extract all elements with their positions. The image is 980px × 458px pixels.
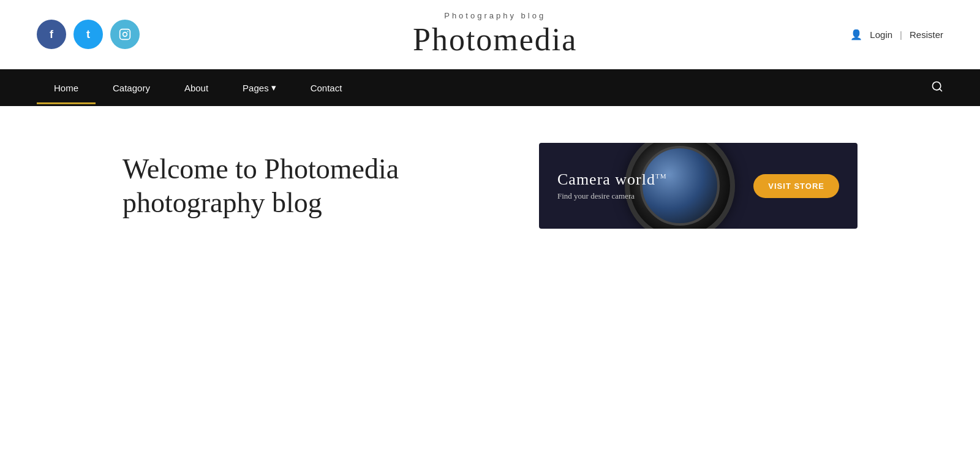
auth-area: 👤 Login | Resister <box>850 29 943 40</box>
instagram-icon[interactable] <box>110 20 140 49</box>
ad-text-block: Camera worldTM Find your desire camera <box>557 170 667 201</box>
user-icon: 👤 <box>850 29 862 40</box>
facebook-icon[interactable]: f <box>37 20 66 49</box>
twitter-icon[interactable]: t <box>74 20 103 49</box>
nav-item-home[interactable]: Home <box>37 72 96 104</box>
search-button[interactable] <box>931 80 943 96</box>
login-link[interactable]: Login <box>870 29 892 40</box>
svg-rect-0 <box>120 29 130 40</box>
nav-item-about[interactable]: About <box>167 72 225 104</box>
svg-point-2 <box>127 31 129 32</box>
nav-item-catagory[interactable]: Catagory <box>96 72 167 104</box>
auth-divider: | <box>900 29 902 40</box>
welcome-heading: Welcome to Photomedia photography blog <box>123 152 441 219</box>
svg-point-1 <box>123 32 127 37</box>
social-icons-group: f t <box>37 20 140 49</box>
ad-title: Camera worldTM <box>557 170 667 189</box>
visit-store-button[interactable]: VISIT STORE <box>753 174 839 198</box>
site-header: f t Photography blog Photomedia 👤 Login … <box>0 0 980 69</box>
ad-banner: Camera worldTM Find your desire camera V… <box>539 143 858 229</box>
register-link[interactable]: Resister <box>910 29 943 40</box>
main-content: Welcome to Photomedia photography blog C… <box>61 106 919 302</box>
ad-subtitle: Find your desire camera <box>557 191 667 201</box>
logo-title[interactable]: Photomedia <box>413 21 577 58</box>
logo-tagline: Photography blog <box>413 11 577 20</box>
nav-item-pages[interactable]: Pages ▾ <box>225 71 293 104</box>
logo-area: Photography blog Photomedia <box>413 11 577 58</box>
welcome-section: Welcome to Photomedia photography blog C… <box>123 143 858 229</box>
nav-item-contact[interactable]: Contact <box>293 72 360 104</box>
svg-line-4 <box>940 88 942 91</box>
ad-tm: TM <box>655 172 667 180</box>
nav-items: Home Catagory About Pages ▾ Contact <box>37 71 359 104</box>
chevron-down-icon: ▾ <box>271 82 276 93</box>
navbar: Home Catagory About Pages ▾ Contact <box>0 69 980 106</box>
